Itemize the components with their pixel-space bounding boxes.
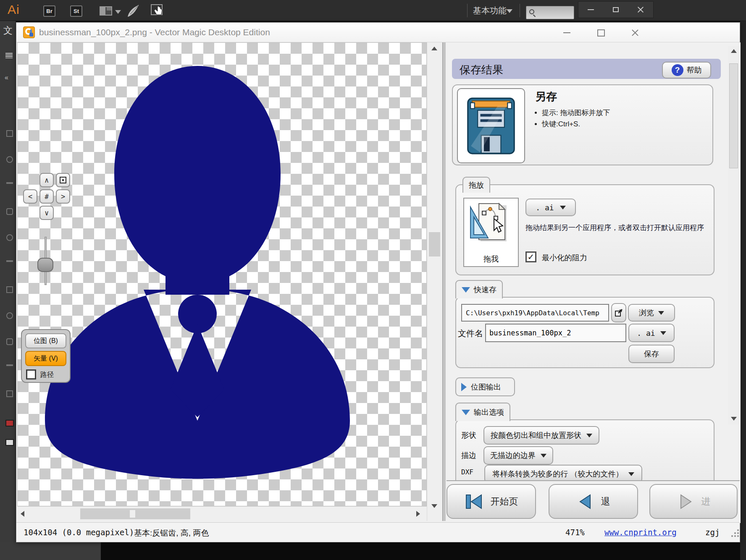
- menubar-divider: [520, 4, 520, 17]
- vertical-scroll-thumb[interactable]: [429, 232, 440, 256]
- pan-up-button[interactable]: ∧: [39, 173, 54, 187]
- stroke-label: 描边: [461, 450, 476, 461]
- close-button[interactable]: [628, 2, 653, 18]
- resize-grip[interactable]: [730, 529, 739, 538]
- floppy-disk-icon: [466, 97, 516, 155]
- shape-dropdown[interactable]: 按颜色切出和组中放置形状: [483, 426, 599, 445]
- businessman-silhouette: [18, 43, 426, 506]
- ai-tool-icon[interactable]: [6, 286, 13, 293]
- zoom-slider-thumb[interactable]: [37, 258, 53, 272]
- preview-canvas[interactable]: ∧ < # > ∨ 位图 (B) 矢量 (V) 路径: [17, 42, 427, 506]
- help-button[interactable]: ? 帮助: [662, 62, 711, 79]
- filename-input[interactable]: [485, 324, 626, 342]
- user-label: zgj: [705, 528, 720, 537]
- file-menu-partial[interactable]: 文: [3, 24, 13, 37]
- drag-me-tile[interactable]: 拖我: [463, 198, 519, 267]
- horizontal-scroll-thumb[interactable]: [80, 508, 190, 519]
- save-path-field[interactable]: C:\Users\pxh19\AppData\Local\Temp: [461, 304, 609, 322]
- dxf-dropdown[interactable]: 将样条转换为较多的行 （较大的文件）: [484, 465, 642, 481]
- canvas-horizontal-scrollbar[interactable]: [17, 506, 427, 521]
- zoom-fit-button[interactable]: [56, 173, 70, 187]
- splitter[interactable]: [442, 42, 446, 521]
- scroll-left-icon[interactable]: [21, 511, 24, 517]
- ai-tool-icon[interactable]: [6, 208, 13, 215]
- brush-icon[interactable]: [126, 3, 141, 18]
- forward-button[interactable]: 进: [649, 484, 738, 519]
- titlebar[interactable]: businessman_100px_2.png - Vector Magic D…: [16, 23, 740, 42]
- arrange-documents-icon[interactable]: [100, 6, 112, 16]
- vertical-scroll-thumb[interactable]: [729, 63, 738, 168]
- app-icon: [23, 26, 35, 38]
- output-options-tab[interactable]: 输出选项: [455, 403, 510, 421]
- minimize-friction-checkbox[interactable]: ✓: [525, 251, 536, 262]
- scroll-down-icon[interactable]: [731, 417, 737, 421]
- chevron-down-icon: [658, 311, 664, 315]
- back-button[interactable]: 退: [549, 484, 638, 519]
- bridge-button[interactable]: Br: [43, 5, 55, 17]
- workspace-arrow-icon[interactable]: [507, 9, 512, 13]
- stroke-dropdown[interactable]: 无描边的边界: [483, 446, 553, 465]
- format-dropdown[interactable]: . ai: [628, 324, 675, 342]
- save-as-box: 另存 提示: 拖动图标并放下 快键:Ctrl+S.: [452, 84, 713, 165]
- search-box[interactable]: [526, 6, 574, 19]
- forward-arrow-icon: [677, 493, 693, 510]
- save-as-heading: 另存: [535, 89, 557, 104]
- hand-tool-icon[interactable]: [150, 4, 165, 18]
- center-view-button[interactable]: #: [39, 189, 54, 204]
- search-input[interactable]: [536, 7, 573, 18]
- illustrator-panel-strip: [0, 542, 101, 560]
- ai-tool-icon[interactable]: [6, 156, 13, 163]
- format-dropdown[interactable]: . ai: [525, 199, 576, 216]
- path-checkbox[interactable]: [26, 369, 36, 379]
- vector-view-button[interactable]: 矢量 (V): [25, 351, 66, 366]
- check-icon: ✓: [528, 252, 535, 262]
- stock-button[interactable]: St: [70, 5, 82, 17]
- panel-vertical-scrollbar[interactable]: [728, 46, 740, 424]
- open-folder-button[interactable]: [611, 303, 626, 322]
- scroll-right-icon[interactable]: [416, 511, 420, 517]
- bitmap-output-tab[interactable]: 位图输出: [455, 377, 515, 396]
- chevron-down-icon: [560, 206, 566, 209]
- canvas-vertical-scrollbar[interactable]: [427, 42, 442, 521]
- maximize-button[interactable]: [603, 2, 628, 18]
- scroll-up-icon[interactable]: [431, 47, 437, 50]
- stroke-color-swatch[interactable]: [5, 439, 14, 446]
- collapse-panel-icon[interactable]: «: [5, 74, 8, 81]
- start-page-button[interactable]: 开始页: [447, 484, 536, 519]
- fill-color-swatch[interactable]: [5, 420, 14, 427]
- shape-label: 形状: [461, 430, 476, 440]
- maximize-button[interactable]: [594, 27, 609, 39]
- browse-button[interactable]: 浏览: [628, 304, 675, 322]
- ai-tool-icon[interactable]: [6, 390, 13, 397]
- panel-header: 保存结果 ? 帮助: [452, 59, 721, 79]
- ai-tool-icon[interactable]: [6, 260, 13, 262]
- pan-left-button[interactable]: <: [23, 189, 37, 204]
- save-drag-tile[interactable]: [457, 88, 525, 163]
- scroll-down-icon[interactable]: [431, 504, 437, 508]
- ai-tool-icon[interactable]: [6, 312, 13, 319]
- arrange-documents-arrow-icon[interactable]: [115, 10, 121, 14]
- drag-section-box: 拖我 . ai 拖动结果到另一个应用程序，或者双击打开默认应用程序 ✓ 最小化的…: [455, 184, 714, 275]
- ai-tool-icon[interactable]: [6, 182, 13, 184]
- workspace-switcher[interactable]: 基本功能: [473, 5, 507, 16]
- search-icon: [529, 9, 534, 14]
- bitmap-view-button[interactable]: 位图 (B): [25, 333, 66, 348]
- quick-save-tab[interactable]: 快速存: [455, 280, 503, 298]
- pan-right-button[interactable]: >: [56, 189, 70, 204]
- save-button[interactable]: 保存: [628, 345, 675, 363]
- close-button[interactable]: [627, 27, 642, 39]
- minimize-button[interactable]: [559, 27, 574, 39]
- fit-icon: [60, 177, 66, 183]
- scroll-up-icon[interactable]: [731, 49, 737, 53]
- path-checkbox-label: 路径: [40, 371, 54, 379]
- website-link[interactable]: www.cnprint.org: [604, 528, 677, 537]
- panel-menu-icon[interactable]: [5, 53, 13, 58]
- minimize-button[interactable]: [578, 2, 603, 18]
- ai-tool-icon[interactable]: [6, 130, 13, 137]
- vector-magic-window: businessman_100px_2.png - Vector Magic D…: [16, 22, 740, 542]
- output-options-box: 形状 按颜色切出和组中放置形状 描边 无描边的边界 DXF 将样条转换为较多的行…: [455, 419, 714, 481]
- ai-tool-icon[interactable]: [6, 234, 13, 241]
- ai-tool-icon[interactable]: [6, 338, 13, 345]
- ai-tool-icon[interactable]: [6, 364, 13, 366]
- pan-down-button[interactable]: ∨: [39, 206, 54, 220]
